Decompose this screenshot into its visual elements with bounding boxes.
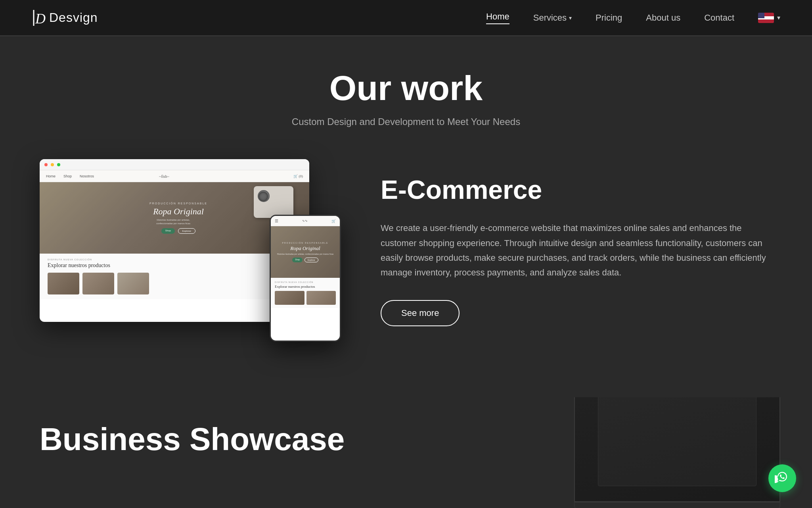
mockup-product-1 [48,273,79,294]
whatsapp-icon [775,469,790,488]
desktop-mockup: Home Shop Nosotros ~fish~ 🛒 (0) PRODUCCI… [40,159,309,322]
mobile-hero-tag: PRODUCCIÓN RESPONSABLE [277,242,334,244]
mockup-shop-btn: Shop [161,228,175,234]
mockup-hero-buttons: Shop Explorar [149,228,207,234]
nav-services[interactable]: Services ▾ [533,13,572,23]
ecommerce-title: E-Commerce [381,175,772,205]
mobile-hero: PRODUCCIÓN RESPONSABLE Ropa Original His… [271,226,340,278]
mockup-products [48,273,301,294]
mockup-product-3 [117,273,149,294]
mockup-nav: Home Shop Nosotros ~fish~ 🛒 (0) [40,170,309,182]
mobile-nav: ☰ ∿∿ 🛒 [271,216,340,226]
page-title: Our work [40,68,772,108]
mockup-explore-btn: Explorar [178,228,195,234]
ecommerce-mockup: Home Shop Nosotros ~fish~ 🛒 (0) PRODUCCI… [40,159,341,342]
ecommerce-section: Home Shop Nosotros ~fish~ 🛒 (0) PRODUCCI… [40,159,772,342]
mobile-collection: DISFRUTA NUEVA COLECCIÓN Explorar nuestr… [271,278,340,308]
mobile-collection-tag: DISFRUTA NUEVA COLECCIÓN [275,281,336,283]
language-selector[interactable]: ▾ [758,13,780,23]
page-subtitle: Custom Design and Development to Meet Yo… [40,116,772,127]
mobile-hamburger-icon: ☰ [275,219,278,223]
ecommerce-description: We create a user-friendly e-commerce web… [381,221,772,280]
mockup-hero-desc: Historias ilustradas por artistas, confe… [149,218,197,225]
nav-pricing[interactable]: Pricing [596,13,622,23]
mockup-hero-title: Ropa Original [149,206,207,217]
nav-about[interactable]: About us [646,13,680,23]
browser-bar [40,159,309,170]
laptop-screen [574,397,780,502]
page-header: Our work Custom Design and Development t… [40,68,772,127]
nav-links: Home Services ▾ Pricing About us Contact… [486,12,780,24]
see-more-button[interactable]: See more [381,300,460,326]
nav-contact[interactable]: Contact [704,13,734,23]
mockup-nav-nosotros: Nosotros [80,174,94,178]
mockup-hero: PRODUCCIÓN RESPONSABLE Ropa Original His… [40,182,309,254]
mobile-product-1 [275,291,304,305]
mockup-collection-tag: DISFRUTA NUEVA COLECCIÓN [48,258,301,261]
ecommerce-text: E-Commerce We create a user-friendly e-c… [381,175,772,326]
navbar: D Desvign Home Services ▾ Pricing About … [0,0,812,36]
browser-dot-green [57,163,60,166]
laptop-mockup [574,397,780,508]
mobile-explore-btn: Explorar [304,258,318,262]
mockup-hero-tag: PRODUCCIÓN RESPONSABLE [149,202,207,205]
browser-dot-yellow [51,163,54,166]
svg-text:D: D [35,11,46,27]
mobile-products [275,291,336,305]
mobile-hero-desc: Historias ilustradas por artistas, confe… [277,253,334,256]
mobile-hero-buttons: Shop Explorar [277,258,334,262]
services-chevron-icon: ▾ [569,15,572,21]
mobile-product-2 [306,291,336,305]
mockup-collection: DISFRUTA NUEVA COLECCIÓN Explorar nuestr… [40,254,309,299]
logo[interactable]: D Desvign [32,8,98,27]
flag-icon [758,13,774,23]
mockup-nav-home: Home [46,174,56,178]
whatsapp-button[interactable] [768,464,796,492]
mockup-nav-shop: Shop [63,174,72,178]
svg-text:~fish~: ~fish~ [159,174,169,179]
mobile-hero-title: Ropa Original [277,245,334,252]
mockup-brand-icon: ~fish~ [159,173,171,179]
browser-dot-red [44,163,48,166]
mobile-collection-title: Explorar nuestros productos [275,285,336,289]
mockup-cart-icon: 🛒 (0) [293,174,303,178]
mockup-product-2 [82,273,114,294]
business-section: Business Showcase [0,397,812,508]
nav-home[interactable]: Home [486,12,509,24]
mockup-collection-title: Explorar nuestros productos [48,262,301,269]
laptop-base [574,502,780,508]
brand-name: Desvign [49,10,98,25]
mobile-mockup: ☰ ∿∿ 🛒 PRODUCCIÓN RESPONSABLE Ropa Origi… [270,215,341,342]
main-content: Our work Custom Design and Development t… [0,36,812,397]
mobile-logo: ∿∿ [302,219,308,223]
mobile-cart-icon: 🛒 [331,219,336,223]
chevron-down-icon: ▾ [777,14,780,21]
logo-icon: D [32,8,48,27]
mobile-shop-btn: Shop [292,258,303,262]
mockup-camera-image [254,186,293,218]
